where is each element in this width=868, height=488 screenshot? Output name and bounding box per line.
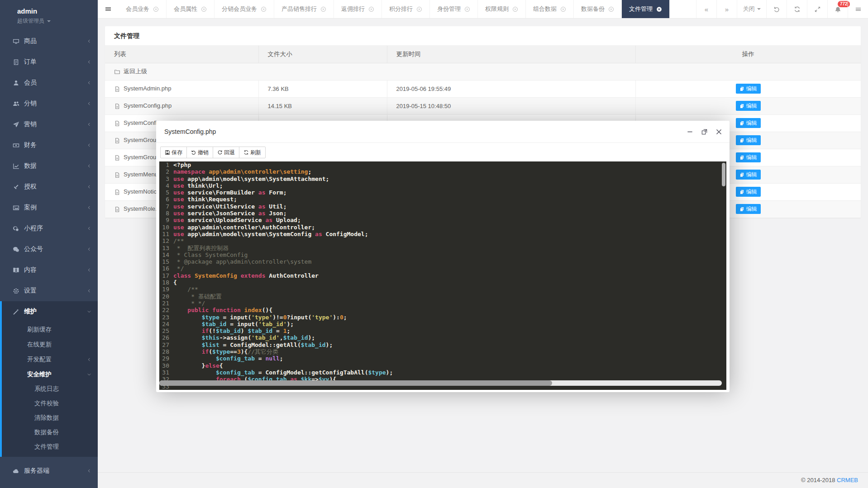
sidebar-item-marketing[interactable]: 营销 [0,114,98,135]
sidebar-item-members[interactable]: 会员 [0,72,98,93]
sidebar-item-authorization[interactable]: 授权 [0,176,98,197]
tab-combined-data[interactable]: 组合数据 [526,0,574,18]
tab-member-business[interactable]: 会员业务 [119,0,167,18]
close-button[interactable] [715,128,722,135]
sidebar-subitem-file-management[interactable]: 文件管理 [2,440,98,454]
user-block[interactable]: admin 超级管理员 [0,0,98,31]
chevron-left-icon [87,226,91,231]
tab-close-icon[interactable] [560,6,566,12]
tab-distribution-member-business[interactable]: 分销会员业务 [215,0,274,18]
sidebar-item-maintenance[interactable]: 维护 [2,301,98,322]
tab-close-icon[interactable] [464,6,470,12]
chevron-left-icon [87,39,91,43]
sidebar-subitem-data-backup[interactable]: 数据备份 [2,425,98,440]
tab-close-icon[interactable] [512,6,518,12]
fullscreen-toggle-button[interactable] [807,0,827,18]
edit-button[interactable]: 编辑 [736,170,761,180]
sidebar-subitem-clear-data[interactable]: 清除数据 [2,411,98,425]
line-number: 17 [159,272,169,279]
tab-close-icon[interactable] [320,6,326,12]
tab-close-icon[interactable] [368,6,374,12]
sidebar-item-cases[interactable]: 案例 [0,197,98,218]
sidebar-item-goods[interactable]: 商品 [0,31,98,52]
sidebar-item-miniapp[interactable]: 小程序 [0,218,98,239]
undo-button[interactable]: 撤销 [186,147,213,158]
rollback-button[interactable]: 回退 [213,147,239,158]
sidebar-subitem-refresh-cache[interactable]: 刷新缓存 [2,322,98,337]
line-number: 1 [159,161,169,168]
refresh-page-button[interactable] [787,0,807,18]
tab-close-icon[interactable] [261,6,267,12]
save-button[interactable]: 保存 [160,147,187,158]
edit-button[interactable]: 编辑 [736,135,761,145]
tab-rebate-ranking[interactable]: 返佣排行 [334,0,382,18]
line-number: 20 [159,293,169,300]
tabs-scroll-left-button[interactable]: « [696,0,716,18]
file-icon [114,206,120,213]
tab-data-backup[interactable]: 数据备份 [574,0,622,18]
sidebar-subitem-online-update[interactable]: 在线更新 [2,337,98,352]
edit-button[interactable]: 编辑 [736,101,761,111]
edit-button[interactable]: 编辑 [736,84,761,94]
table-row-up[interactable]: 返回上级 [105,63,861,80]
sidebar-item-settings[interactable]: 设置 [0,280,98,301]
tab-product-sales-ranking[interactable]: 产品销售排行 [274,0,334,18]
tabs-scroll-right-button[interactable]: » [716,0,737,18]
code-line: 28 if($type==3){//其它分类 [159,348,726,355]
chevron-left-icon [87,101,91,106]
sidebar-item-content[interactable]: 内容 [0,260,98,280]
tab-points-ranking[interactable]: 积分排行 [382,0,430,18]
copyright-text: © 2014-2018 [801,477,837,483]
tab-identity-management[interactable]: 身份管理 [430,0,478,18]
file-icon [114,137,120,144]
file-size: 7.36 KB [258,80,387,97]
edit-button[interactable]: 编辑 [736,204,761,214]
sidebar-subitem-dev-config[interactable]: 开发配置 [2,352,98,367]
tab-close-icon[interactable] [153,6,159,12]
modal-window-controls [687,121,722,142]
edit-icon [739,155,744,160]
sidebar-subitem-system-log[interactable]: 系统日志 [2,382,98,396]
modal-header: SystemConfig.php [156,121,730,143]
tab-close-icon[interactable] [608,6,614,12]
sidebar-item-official-account[interactable]: 公众号 [0,239,98,260]
order-icon [13,59,19,66]
sidebar-subitem-security-maintenance[interactable]: 安全维护 [2,367,98,382]
edit-button[interactable]: 编辑 [736,152,761,162]
maximize-button[interactable] [701,128,708,135]
tab-file-management[interactable]: 文件管理 [622,0,670,18]
line-number: 28 [159,348,169,355]
edit-button[interactable]: 编辑 [736,187,761,197]
sidebar-item-orders[interactable]: 订单 [0,52,98,72]
close-tabs-dropdown[interactable]: 关闭 [737,0,766,18]
brand-link[interactable]: CRMEB [837,477,858,483]
notifications-button[interactable]: 772 [827,0,848,18]
tab-member-attribute[interactable]: 会员属性 [167,0,215,18]
code-editor[interactable]: 1<?php2namespace app\admin\controller\se… [159,161,726,390]
tab-close-icon[interactable] [656,6,662,12]
edit-icon [739,172,744,177]
tab-close-icon[interactable] [416,6,422,12]
file-name: SystemGroup. [124,137,161,143]
sidebar-item-server[interactable]: 服务器端 [0,460,98,481]
refresh-button[interactable]: 刷新 [239,147,266,158]
user-role[interactable]: 超级管理员 [17,17,98,25]
tab-permission-rules[interactable]: 权限规则 [478,0,526,18]
sidebar-item-data[interactable]: 数据 [0,156,98,176]
code-line: 29 $config_tab = null; [159,355,726,362]
tab-close-icon[interactable] [201,6,207,12]
sidebar-item-finance[interactable]: 财务 [0,135,98,156]
edit-button[interactable]: 编辑 [736,118,761,128]
caret-down-icon [757,8,761,12]
topbar: 会员业务会员属性分销会员业务产品销售排行返佣排行积分排行身份管理权限规则组合数据… [98,0,868,19]
chevron-left-icon [87,143,91,147]
back-button[interactable] [766,0,787,18]
sidebar-item-distribution[interactable]: 分销 [0,93,98,114]
hamburger-menu-button[interactable] [98,0,119,18]
sidebar-subitem-file-verify[interactable]: 文件校验 [2,396,98,411]
horizontal-scrollbar[interactable] [159,380,552,386]
more-menu-button[interactable] [848,0,868,18]
line-number: 11 [159,231,169,237]
minimize-button[interactable] [687,128,693,135]
vertical-scrollbar[interactable] [722,163,725,186]
